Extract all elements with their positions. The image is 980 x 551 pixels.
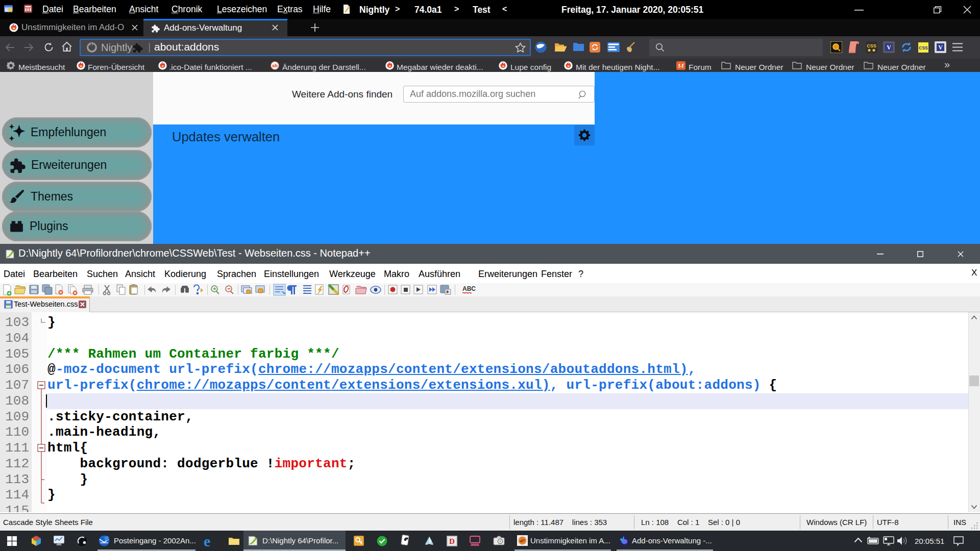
svg-text:CSS: CSS — [919, 45, 928, 51]
svg-text:ABC: ABC — [462, 285, 476, 292]
svg-text:D: D — [449, 537, 455, 545]
svg-text:sh: sh — [272, 63, 278, 68]
svg-text:V: V — [887, 44, 891, 51]
svg-text:CSS: CSS — [867, 43, 876, 48]
svg-text:f-f: f-f — [678, 63, 684, 69]
svg-text:V: V — [938, 44, 943, 51]
